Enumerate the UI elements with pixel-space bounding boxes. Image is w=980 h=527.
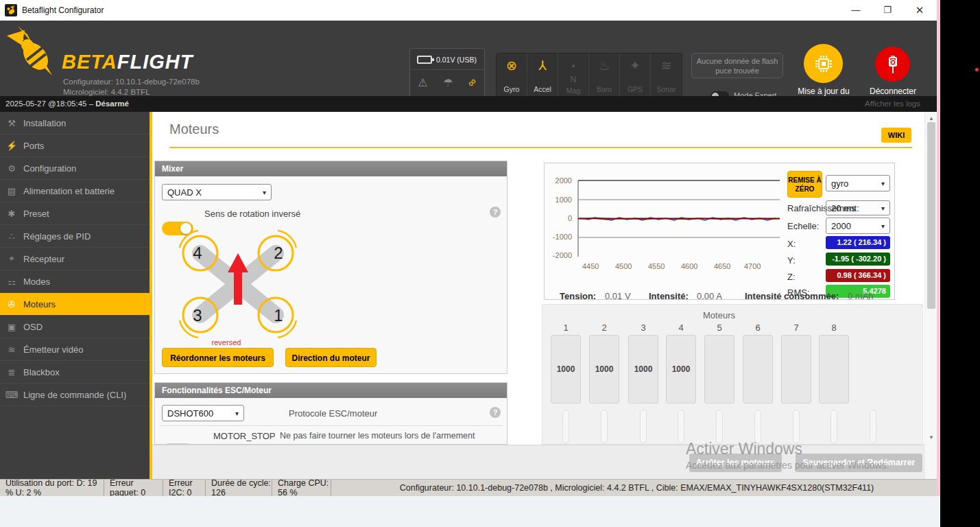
usb-port-icon: ⚡ <box>0 141 23 151</box>
motor-4-bar: 1000 <box>666 335 696 403</box>
wiki-button[interactable]: WIKI <box>881 128 911 143</box>
motor-number: 1 <box>551 323 581 333</box>
firmware-update-button[interactable] <box>804 44 843 83</box>
scroll-down-icon[interactable]: ▼ <box>925 434 937 441</box>
esc-protocol-label: Protocole ESC/moteur <box>289 408 377 419</box>
help-icon[interactable]: ? <box>490 207 501 218</box>
stop-motors-button[interactable]: Arrêter les moteurs <box>689 454 782 472</box>
minimize-button[interactable]: — <box>846 3 866 18</box>
y-tick: 1000 <box>549 196 572 204</box>
sidebar-item-osd[interactable]: ▣OSD <box>0 316 150 338</box>
sidebar-item-video-transmitter[interactable]: ≋Émetteur vidéo <box>0 338 150 361</box>
consumed-label: Intensité consommée: <box>745 291 839 301</box>
refresh-rate-select[interactable]: 20 ms▾ <box>826 200 890 215</box>
mixer-panel-header: Mixer <box>155 161 507 176</box>
graph-source-select[interactable]: gyro▾ <box>826 175 890 191</box>
receiver-icon: ⌖ <box>0 253 23 264</box>
sidebar-item-configuration[interactable]: ⚙Configuration <box>0 157 150 180</box>
close-button[interactable]: ✕ <box>909 3 930 18</box>
current-label: Intensité: <box>649 291 689 301</box>
i2c-error-cell: Erreur I2C: 0 <box>163 480 206 496</box>
sidebar-nav: ⚒Installation ⚡Ports ⚙Configuration ▤Ali… <box>0 112 150 479</box>
disconnect-label[interactable]: Déconnecter <box>863 86 923 97</box>
motor-6-bar <box>743 335 773 403</box>
configurator-version: Configurateur: 10.10.1-debug-72e078b <box>63 77 263 87</box>
wrench-icon: ⚒ <box>0 118 23 128</box>
app-status-bar: Utilisation du port: D: 19 % U: 2 % Erre… <box>0 479 937 496</box>
terminal-icon: ⌨ <box>0 390 23 400</box>
save-reboot-button[interactable]: Sauvegarder et Redémarrer <box>796 454 922 472</box>
y-axis-label: Y: <box>787 255 796 266</box>
reorder-motors-button[interactable]: Réordonner les moteurs <box>162 348 274 367</box>
sidebar-item-blackbox[interactable]: ≣Blackbox <box>0 361 150 384</box>
motor-6-slider[interactable] <box>754 410 761 443</box>
motor-number: 8 <box>819 323 849 333</box>
sensor-baro: ♨Baro <box>589 54 620 97</box>
content-scrollbar[interactable]: ▲ ▼ <box>924 112 937 479</box>
disconnect-button[interactable] <box>875 47 910 82</box>
window-titlebar: Betaflight Configurator — ❐ ✕ <box>0 0 937 21</box>
motor-number: 4 <box>666 323 696 333</box>
sidebar-item-modes[interactable]: ⚏Modes <box>0 270 150 293</box>
y-tick: 0 <box>549 214 572 222</box>
port-usage-cell: Utilisation du port: D: 19 % U: 2 % <box>0 480 104 496</box>
scale-select[interactable]: 2000▾ <box>826 218 890 234</box>
esc-protocol-select[interactable]: DSHOT600▾ <box>162 405 244 421</box>
armed-status-strip: 2025-05-27 @18:05:45 – Désarmé Afficher … <box>0 96 937 112</box>
voltage-value: 0.01 V <box>605 291 631 301</box>
sidebar-item-preset[interactable]: ✱Preset <box>0 202 150 225</box>
help-icon[interactable]: ? <box>490 407 501 418</box>
maximize-button[interactable]: ❐ <box>877 3 898 18</box>
reversed-note: reversed <box>212 338 241 347</box>
motor-number: 7 <box>781 323 811 333</box>
motor-7-slider[interactable] <box>793 410 800 443</box>
armed-state: Désarmé <box>95 99 129 108</box>
scrollbar-thumb[interactable] <box>927 122 935 309</box>
sidebar-item-receiver[interactable]: ⌖Récepteur <box>0 248 150 270</box>
magnetometer-icon: ▲N <box>570 59 576 86</box>
motor-1-bar: 1000 <box>551 335 581 403</box>
mixer-type-select[interactable]: QUAD X▾ <box>162 184 272 200</box>
chevron-down-icon: ▾ <box>235 410 239 417</box>
master-slider[interactable] <box>870 410 876 443</box>
flash-chip-message: Aucune donnée de flash puce trouvée <box>691 53 783 78</box>
cycle-time-cell: Durée de cycle: 126 <box>206 480 272 496</box>
x-tick: 4600 <box>681 262 697 270</box>
motor-5-slider[interactable] <box>716 410 723 443</box>
scroll-up-icon[interactable]: ▲ <box>925 115 937 121</box>
scale-label: Echelle: <box>787 221 819 231</box>
svg-text:1: 1 <box>274 306 283 325</box>
motor-3-slider[interactable] <box>640 410 647 443</box>
motor-1-slider[interactable] <box>562 410 569 443</box>
motor-3-bar: 1000 <box>628 335 658 403</box>
sidebar-item-motors[interactable]: ✇Moteurs <box>0 293 150 316</box>
gyro-icon: ⊗ <box>506 59 517 73</box>
show-logs-link[interactable]: Afficher les logs <box>865 96 920 112</box>
windows-taskbar: ☂ 3 Pluie légère Demain Rechercher <box>0 496 940 527</box>
sidebar-item-power-battery[interactable]: ▤Alimentation et batterie <box>0 180 150 202</box>
sensor-sonar: ≋Sonar <box>651 54 682 97</box>
build-info-cell: Configurateur: 10.10.1-debug-72e078b , M… <box>331 480 937 496</box>
app-header: BETAFLIGHT Configurateur: 10.10.1-debug-… <box>0 21 937 96</box>
gear-icon: ⚙ <box>0 163 23 174</box>
motor-4-slider[interactable] <box>678 410 684 443</box>
screen-edge-strip <box>937 0 940 496</box>
sidebar-item-cli[interactable]: ⌨Ligne de commande (CLI) <box>0 384 150 406</box>
osd-icon: ▣ <box>0 322 23 332</box>
svg-text:2: 2 <box>274 244 283 262</box>
motors-box-title: Moteurs <box>542 310 896 320</box>
sidebar-item-ports[interactable]: ⚡Ports <box>0 134 150 157</box>
sensor-mag: ▲NMag <box>558 54 589 97</box>
motor-number: 3 <box>628 323 658 333</box>
reset-zero-button[interactable]: REMISE À ZÉRO <box>787 171 822 198</box>
svg-text:4: 4 <box>193 244 202 262</box>
title-underline <box>169 147 912 148</box>
betaflight-wordmark: BETAFLIGHT <box>62 51 193 73</box>
sidebar-item-pid-tuning[interactable]: ∴Réglages de PID <box>0 225 150 248</box>
motor-direction-button[interactable]: Direction du moteur <box>285 348 377 367</box>
x-axis-label: X: <box>787 239 796 249</box>
motor-8-slider[interactable] <box>830 410 837 443</box>
sidebar-item-installation[interactable]: ⚒Installation <box>0 112 150 134</box>
current-value: 0.00 A <box>697 291 722 301</box>
motor-2-slider[interactable] <box>601 410 608 443</box>
